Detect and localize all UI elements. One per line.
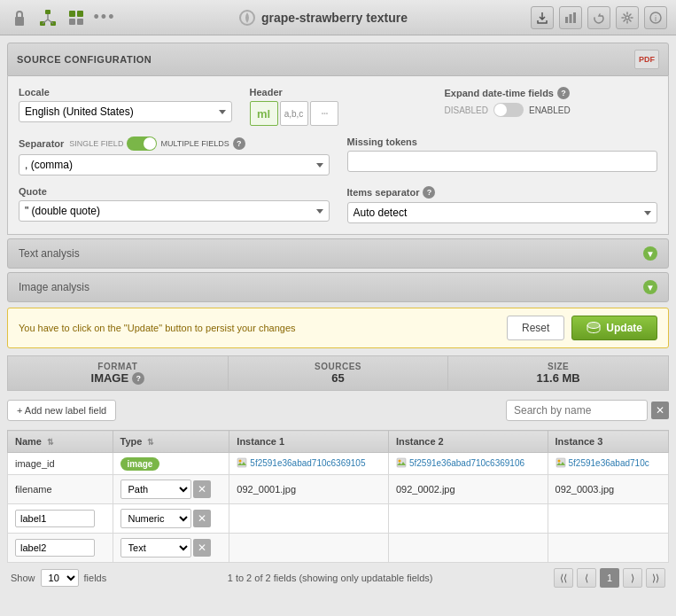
cell-instance3-label1 — [548, 504, 668, 534]
cell-name-label1 — [8, 504, 113, 534]
cell-instance1: 5f2591e36abad710c6369105 — [229, 453, 389, 475]
update-bar: You have to click on the "Update" button… — [7, 308, 669, 348]
cell-instance2-filename: 092_0002.jpg — [388, 475, 548, 504]
config-panel: Locale English (United States) Header ml… — [7, 76, 669, 235]
cell-instance2-label1 — [388, 504, 548, 534]
header-icon-ml[interactable]: ml — [250, 101, 278, 126]
separator-help-icon[interactable]: ? — [233, 137, 245, 150]
expand-help-icon[interactable]: ? — [557, 87, 570, 99]
missing-tokens-group: Missing tokens — [347, 136, 658, 175]
svg-rect-21 — [397, 458, 406, 467]
label1-input[interactable] — [15, 510, 95, 527]
refresh-btn[interactable] — [587, 6, 610, 29]
col-type: Type ⇅ — [113, 431, 229, 453]
separator-select[interactable]: , (comma) — [19, 154, 330, 175]
label2-input[interactable] — [15, 539, 95, 557]
header-icon-abc[interactable]: a,b,c — [280, 101, 308, 126]
first-page-btn[interactable]: ⟨⟨ — [554, 568, 573, 588]
chart-btn[interactable] — [559, 6, 582, 29]
current-page: 1 — [600, 568, 619, 588]
search-clear-button[interactable]: ✕ — [651, 402, 669, 419]
data-table: Name ⇅ Type ⇅ Instance 1 Instance 2 Inst… — [7, 430, 669, 563]
svg-point-22 — [398, 460, 400, 463]
remove-label1-btn[interactable]: ✕ — [193, 510, 211, 527]
cell-instance3-filename: 092_0003.jpg — [548, 475, 668, 504]
header-icon-dots[interactable]: ··· — [310, 101, 338, 126]
text-analysis-section[interactable]: Text analysis ▼ — [7, 238, 669, 269]
expand-toggle-switch[interactable] — [493, 103, 524, 117]
cell-type-image: image — [113, 453, 229, 475]
stats-row: FORMAT IMAGE ? SOURCES 65 SIZE 11.6 MB — [7, 355, 669, 391]
locale-select[interactable]: English (United States) — [19, 101, 232, 122]
separator-toggle-switch[interactable] — [127, 136, 157, 151]
update-message: You have to click on the "Update" button… — [19, 323, 296, 333]
table-row: image_id image 5f2591e36abad710c6369105 … — [8, 453, 669, 475]
settings-btn[interactable] — [616, 6, 639, 29]
update-button[interactable]: Update — [571, 316, 657, 340]
top-bar: ••• grape-strawberry texture i — [0, 0, 676, 35]
reset-button[interactable]: Reset — [507, 316, 564, 340]
remove-label2-btn[interactable]: ✕ — [193, 539, 211, 557]
items-sep-help-icon[interactable]: ? — [423, 186, 435, 199]
main-content: SOURCE CONFIGURATION PDF Locale English … — [0, 35, 676, 616]
items-separator-select[interactable]: Auto detect — [347, 202, 658, 223]
svg-text:i: i — [655, 14, 657, 23]
remove-filename-btn[interactable]: ✕ — [193, 480, 211, 498]
format-help-icon[interactable]: ? — [132, 372, 144, 385]
search-input[interactable] — [506, 400, 648, 421]
network-icon[interactable] — [37, 7, 58, 28]
svg-point-20 — [239, 460, 242, 463]
separator-toggle-group: SINGLE FIELD MULTIPLE FIELDS ? — [69, 136, 245, 151]
show-select[interactable]: 10 25 50 — [41, 569, 79, 587]
last-page-btn[interactable]: ⟩⟩ — [646, 568, 665, 588]
format-stat: FORMAT IMAGE ? — [8, 356, 229, 390]
svg-rect-13 — [570, 14, 572, 23]
image-badge: image — [120, 457, 160, 471]
export-btn[interactable] — [531, 6, 554, 29]
col-instance1: Instance 1 — [229, 431, 389, 453]
type-select-label1[interactable]: Numeric — [120, 509, 191, 528]
col-instance3: Instance 3 — [548, 431, 668, 453]
instance2-link-imageid[interactable]: 5f2591e36abad710c6369106 — [409, 458, 524, 468]
expand-datetime-group: Expand date-time fields ? DISABLED ENABL… — [445, 87, 658, 126]
add-label-field-button[interactable]: + Add new label field — [7, 400, 116, 421]
lock-icon[interactable] — [9, 7, 30, 28]
svg-rect-14 — [573, 12, 576, 23]
prev-page-btn[interactable]: ⟨ — [577, 568, 596, 588]
separator-group: Separator SINGLE FIELD MULTIPLE FIELDS ?… — [19, 136, 330, 175]
svg-point-18 — [587, 323, 600, 329]
dots-icon[interactable]: ••• — [94, 7, 115, 28]
sources-stat: SOURCES 65 — [229, 356, 449, 390]
cell-instance1-filename: 092_0001.jpg — [229, 475, 389, 504]
pagination-bar: Show 10 25 50 fields 1 to 2 of 2 fields … — [7, 563, 669, 593]
pdf-icon[interactable]: PDF — [634, 50, 659, 69]
svg-rect-9 — [69, 19, 75, 25]
info-btn[interactable]: i — [644, 6, 667, 29]
svg-point-15 — [625, 16, 629, 19]
cell-instance3-label2 — [548, 534, 668, 563]
table-row: filename Path ✕ 092_0001.jpg 092_0002.jp… — [8, 475, 669, 504]
table-toolbar: + Add new label field ✕ — [7, 394, 669, 426]
svg-rect-19 — [237, 458, 246, 467]
cell-instance1-label2 — [229, 534, 389, 563]
cell-type-label2: Text ✕ — [113, 534, 229, 563]
text-analysis-chevron: ▼ — [643, 246, 657, 261]
type-select-filename[interactable]: Path — [120, 480, 191, 499]
pagination-info: 1 to 2 of 2 fields (showing only updatab… — [228, 573, 433, 583]
instance1-link-imageid[interactable]: 5f2591e36abad710c6369105 — [250, 458, 365, 468]
quote-select[interactable]: " (double quote) — [19, 200, 330, 222]
cell-instance3: 5f2591e36abad710c — [548, 453, 668, 475]
cell-type-filename: Path ✕ — [113, 475, 229, 504]
grid-icon[interactable] — [66, 7, 87, 28]
header-group: Header ml a,b,c ··· — [250, 87, 427, 126]
image-analysis-section[interactable]: Image analysis ▼ — [7, 272, 669, 302]
svg-rect-0 — [15, 17, 24, 26]
next-page-btn[interactable]: ⟩ — [623, 568, 642, 588]
cell-name-filename: filename — [8, 475, 113, 504]
col-name: Name ⇅ — [8, 431, 113, 453]
type-select-label2[interactable]: Text — [120, 538, 191, 558]
instance3-link-imageid[interactable]: 5f2591e36abad710c — [569, 458, 649, 468]
missing-tokens-input[interactable] — [347, 151, 658, 172]
svg-rect-1 — [45, 10, 51, 14]
cell-name-label2 — [8, 534, 113, 563]
